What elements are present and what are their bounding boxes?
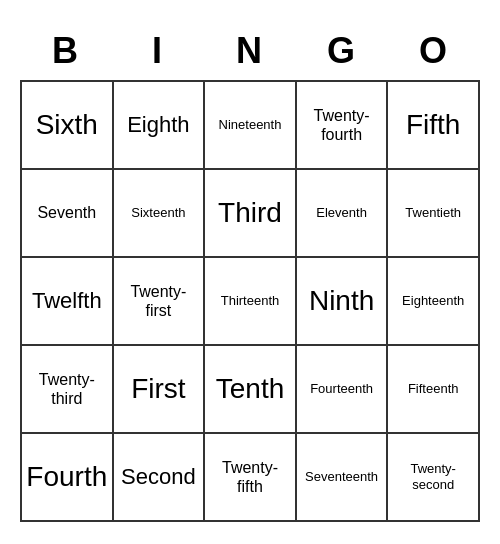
cell-text: Tenth <box>216 372 285 406</box>
header-letter: N <box>204 22 296 80</box>
cell-text: Seventeenth <box>305 469 378 485</box>
cell-text: Eighteenth <box>402 293 464 309</box>
header-letter: I <box>112 22 204 80</box>
cell-text: Twenty-fifth <box>209 458 291 496</box>
bingo-cell: Nineteenth <box>205 82 297 170</box>
bingo-cell: Twentieth <box>388 170 480 258</box>
cell-text: Eleventh <box>316 205 367 221</box>
bingo-cell: Eighteenth <box>388 258 480 346</box>
cell-text: Eighth <box>127 112 189 138</box>
cell-text: Twenty-third <box>26 370 108 408</box>
cell-text: Twenty-fourth <box>301 106 383 144</box>
header-letter: G <box>296 22 388 80</box>
cell-text: Twelfth <box>32 288 102 314</box>
cell-text: Fourth <box>26 460 107 494</box>
bingo-cell: Fifteenth <box>388 346 480 434</box>
cell-text: Fifteenth <box>408 381 459 397</box>
cell-text: Sixth <box>36 108 98 142</box>
cell-text: Twenty-second <box>392 461 474 492</box>
cell-text: Twenty-first <box>118 282 200 320</box>
bingo-cell: Twenty-fourth <box>297 82 389 170</box>
bingo-grid: SixthEighthNineteenthTwenty-fourthFifthS… <box>20 80 480 522</box>
bingo-cell: Twenty-fifth <box>205 434 297 522</box>
bingo-cell: Fourth <box>22 434 114 522</box>
bingo-cell: Twenty-first <box>114 258 206 346</box>
bingo-cell: Twenty-second <box>388 434 480 522</box>
bingo-cell: Fifth <box>388 82 480 170</box>
cell-text: Fifth <box>406 108 460 142</box>
bingo-cell: Tenth <box>205 346 297 434</box>
bingo-cell: Fourteenth <box>297 346 389 434</box>
bingo-cell: Twenty-third <box>22 346 114 434</box>
cell-text: Nineteenth <box>219 117 282 133</box>
bingo-cell: Ninth <box>297 258 389 346</box>
cell-text: Second <box>121 464 196 490</box>
cell-text: Twentieth <box>405 205 461 221</box>
bingo-cell: Seventeenth <box>297 434 389 522</box>
bingo-cell: Eighth <box>114 82 206 170</box>
bingo-card: BINGO SixthEighthNineteenthTwenty-fourth… <box>10 12 490 532</box>
cell-text: Thirteenth <box>221 293 280 309</box>
cell-text: Sixteenth <box>131 205 185 221</box>
bingo-cell: Second <box>114 434 206 522</box>
header-letter: O <box>388 22 480 80</box>
bingo-cell: First <box>114 346 206 434</box>
bingo-cell: Seventh <box>22 170 114 258</box>
cell-text: First <box>131 372 185 406</box>
bingo-cell: Eleventh <box>297 170 389 258</box>
cell-text: Fourteenth <box>310 381 373 397</box>
bingo-header: BINGO <box>20 22 480 80</box>
bingo-cell: Third <box>205 170 297 258</box>
cell-text: Seventh <box>37 203 96 222</box>
header-letter: B <box>20 22 112 80</box>
bingo-cell: Twelfth <box>22 258 114 346</box>
cell-text: Third <box>218 196 282 230</box>
bingo-cell: Thirteenth <box>205 258 297 346</box>
cell-text: Ninth <box>309 284 374 318</box>
bingo-cell: Sixth <box>22 82 114 170</box>
bingo-cell: Sixteenth <box>114 170 206 258</box>
